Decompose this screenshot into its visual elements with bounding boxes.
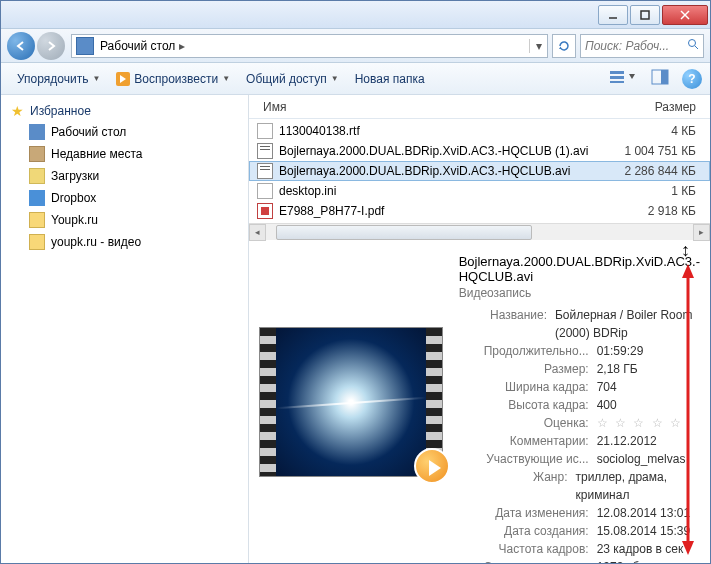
explorer-window: Рабочий стол ▸ ▾ Поиск: Рабоч... Упорядо…	[0, 0, 711, 564]
back-button[interactable]	[7, 32, 35, 60]
svg-marker-10	[629, 74, 635, 79]
property-label: Частота кадров:	[459, 540, 589, 558]
svg-line-6	[695, 46, 698, 49]
table-row[interactable]: 1130040138.rtf4 КБ	[249, 121, 710, 141]
property-label: Размер:	[459, 360, 589, 378]
preview-pane-button[interactable]	[644, 66, 676, 91]
property-value: sociolog_melvas	[597, 450, 686, 468]
scrollbar-thumb[interactable]	[276, 225, 532, 240]
property-value: 1973 кбит в сек	[597, 558, 683, 563]
property-row: Скорость переда...1973 кбит в сек	[459, 558, 700, 563]
resize-handle-icon[interactable]: ↕	[681, 240, 690, 261]
sidebar-item-youpk-video[interactable]: youpk.ru - видео	[1, 231, 248, 253]
folder-icon	[29, 212, 45, 228]
view-mode-button[interactable]	[602, 66, 644, 91]
property-row: Дата изменения:12.08.2014 13:01	[459, 504, 700, 522]
svg-marker-14	[682, 264, 694, 278]
wmp-play-icon	[414, 448, 450, 484]
scroll-right-icon[interactable]: ▸	[693, 224, 710, 241]
svg-marker-4	[559, 46, 562, 49]
file-name: E7988_P8H77-I.pdf	[279, 204, 596, 218]
table-row[interactable]: Bojlernaya.2000.DUAL.BDRip.XviD.AC3.-HQC…	[249, 161, 710, 181]
file-icon	[257, 123, 273, 139]
chevron-right-icon[interactable]: ▸	[177, 39, 187, 53]
property-value: 2,18 ГБ	[597, 360, 638, 378]
property-row: Дата создания:15.08.2014 15:39	[459, 522, 700, 540]
sidebar-item-dropbox[interactable]: Dropbox	[1, 187, 248, 209]
file-list: 1130040138.rtf4 КБBojlernaya.2000.DUAL.B…	[249, 119, 710, 223]
navigation-bar: Рабочий стол ▸ ▾ Поиск: Рабоч...	[1, 29, 710, 63]
property-label: Комментарии:	[459, 432, 589, 450]
downloads-icon	[29, 168, 45, 184]
file-name: Bojlernaya.2000.DUAL.BDRip.XviD.AC3.-HQC…	[279, 144, 596, 158]
file-name: 1130040138.rtf	[279, 124, 596, 138]
file-size: 2 918 КБ	[602, 204, 702, 218]
properties-list: Bojlernaya.2000.DUAL.BDRip.XviD.AC3.-HQC…	[459, 250, 700, 553]
sidebar-item-youpk[interactable]: Youpk.ru	[1, 209, 248, 231]
sidebar-item-downloads[interactable]: Загрузки	[1, 165, 248, 187]
property-value: 21.12.2012	[597, 432, 657, 450]
favorites-group[interactable]: ★Избранное	[1, 101, 248, 121]
svg-rect-7	[610, 71, 624, 74]
property-value: 704	[597, 378, 617, 396]
minimize-button[interactable]	[598, 5, 628, 25]
property-label: Название:	[459, 306, 547, 342]
property-value: 01:59:29	[597, 342, 644, 360]
chevron-down-icon: ▼	[331, 74, 339, 83]
property-label: Дата изменения:	[459, 504, 589, 522]
chevron-down-icon: ▼	[222, 74, 230, 83]
table-row[interactable]: desktop.ini1 КБ	[249, 181, 710, 201]
star-icon: ★	[11, 103, 24, 119]
table-row[interactable]: Bojlernaya.2000.DUAL.BDRip.XviD.AC3.-HQC…	[249, 141, 710, 161]
navigation-pane: ★Избранное Рабочий стол Недавние места З…	[1, 95, 249, 563]
share-button[interactable]: Общий доступ▼	[238, 68, 347, 90]
play-button[interactable]: Воспроизвести▼	[108, 68, 238, 90]
property-label: Высота кадра:	[459, 396, 589, 414]
svg-rect-8	[610, 76, 624, 79]
file-size: 4 КБ	[602, 124, 702, 138]
details-pane: ↕ Bojlernaya.2000.DUAL.BDRip.XviD.AC3.-H…	[249, 240, 710, 563]
property-label: Ширина кадра:	[459, 378, 589, 396]
property-row: Продолжительно...01:59:29	[459, 342, 700, 360]
forward-button[interactable]	[37, 32, 65, 60]
table-row[interactable]: E7988_P8H77-I.pdf2 918 КБ	[249, 201, 710, 221]
column-name[interactable]: Имя	[257, 100, 649, 114]
close-button[interactable]	[662, 5, 708, 25]
column-size[interactable]: Размер	[649, 100, 702, 114]
breadcrumb-location[interactable]: Рабочий стол	[98, 39, 177, 53]
property-row: Оценка:☆ ☆ ☆ ☆ ☆	[459, 414, 700, 432]
annotation-arrow	[682, 264, 694, 555]
organize-button[interactable]: Упорядочить▼	[9, 68, 108, 90]
breadcrumb-dropdown[interactable]: ▾	[529, 39, 547, 53]
property-value: 23 кадров в сек	[597, 540, 684, 558]
play-icon	[116, 72, 130, 86]
svg-rect-1	[641, 11, 649, 19]
maximize-button[interactable]	[630, 5, 660, 25]
refresh-button[interactable]	[552, 34, 576, 58]
property-value: 400	[597, 396, 617, 414]
breadcrumb[interactable]: Рабочий стол ▸ ▾	[71, 34, 548, 58]
toolbar: Упорядочить▼ Воспроизвести▼ Общий доступ…	[1, 63, 710, 95]
file-icon	[257, 183, 273, 199]
file-icon	[257, 203, 273, 219]
search-icon	[687, 38, 699, 53]
recent-icon	[29, 146, 45, 162]
sidebar-item-desktop[interactable]: Рабочий стол	[1, 121, 248, 143]
column-headers: Имя Размер	[249, 95, 710, 119]
property-row: Размер:2,18 ГБ	[459, 360, 700, 378]
sidebar-item-recent[interactable]: Недавние места	[1, 143, 248, 165]
help-button[interactable]: ?	[682, 69, 702, 89]
scroll-left-icon[interactable]: ◂	[249, 224, 266, 241]
horizontal-scrollbar[interactable]: ◂ ▸	[249, 223, 710, 240]
main-pane: Имя Размер 1130040138.rtf4 КБBojlernaya.…	[249, 95, 710, 563]
search-input[interactable]: Поиск: Рабоч...	[580, 34, 704, 58]
desktop-icon	[29, 124, 45, 140]
property-label: Оценка:	[459, 414, 589, 432]
property-value: 15.08.2014 15:39	[597, 522, 690, 540]
new-folder-button[interactable]: Новая папка	[347, 68, 433, 90]
property-row: Частота кадров:23 кадров в сек	[459, 540, 700, 558]
scrollbar-track[interactable]	[266, 224, 693, 241]
property-label: Скорость переда...	[459, 558, 589, 563]
property-value: ☆ ☆ ☆ ☆ ☆	[597, 414, 683, 432]
property-label: Жанр:	[459, 468, 568, 504]
